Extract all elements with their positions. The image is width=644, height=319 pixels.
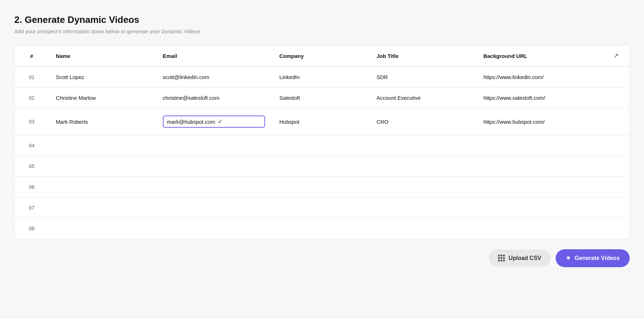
table-row: 04	[15, 135, 629, 156]
col-header-bgurl: Background URL	[476, 45, 602, 67]
row-number: 06	[15, 177, 49, 197]
upload-header-icon: ↗	[613, 52, 619, 59]
row-email[interactable]: scott@linkedin.com	[156, 67, 272, 88]
row-background-url[interactable]	[476, 197, 602, 218]
col-header-email: Email	[156, 45, 272, 67]
row-email[interactable]: mark@hubspot.com✓	[156, 108, 272, 135]
table-row: 07	[15, 197, 629, 218]
row-company[interactable]: LinkedIn	[272, 67, 370, 88]
email-value: mark@hubspot.com	[167, 119, 215, 125]
row-company[interactable]	[272, 156, 370, 177]
row-number: 07	[15, 197, 49, 218]
row-email[interactable]	[156, 177, 272, 197]
row-upload-cell	[602, 67, 629, 88]
upload-csv-button[interactable]: Upload CSV	[489, 250, 551, 266]
row-name[interactable]	[49, 197, 156, 218]
row-email[interactable]: christine@salesloft.com	[156, 88, 272, 108]
row-job-title[interactable]: CRO	[369, 108, 476, 135]
row-upload-cell	[602, 108, 629, 135]
bottom-action-bar: Upload CSV ✦ Generate Videos	[14, 249, 630, 267]
row-background-url[interactable]	[476, 135, 602, 156]
row-company[interactable]	[272, 218, 370, 239]
row-company[interactable]	[272, 135, 370, 156]
col-header-jobtitle: Job Title	[369, 45, 476, 67]
row-upload-cell	[602, 135, 629, 156]
row-job-title[interactable]	[369, 156, 476, 177]
row-job-title[interactable]: Account Executive	[369, 88, 476, 108]
wand-icon: ✦	[564, 253, 573, 263]
row-background-url[interactable]	[476, 156, 602, 177]
table-row: 06	[15, 177, 629, 197]
row-background-url[interactable]	[476, 177, 602, 197]
row-background-url[interactable]: https://www.hubspot.com/	[476, 108, 602, 135]
row-email[interactable]	[156, 218, 272, 239]
page-subtitle: Add your prospect's information down bel…	[14, 28, 630, 34]
row-email[interactable]	[156, 197, 272, 218]
row-number: 03	[15, 108, 49, 135]
row-name[interactable]	[49, 218, 156, 239]
row-name[interactable]	[49, 156, 156, 177]
row-company[interactable]: Hubspot	[272, 108, 370, 135]
row-upload-cell	[602, 218, 629, 239]
row-background-url[interactable]: https://www.salesloft.com/	[476, 88, 602, 108]
row-company[interactable]	[272, 197, 370, 218]
table-row: 08	[15, 218, 629, 239]
col-header-company: Company	[272, 45, 370, 67]
row-name[interactable]: Scott Lopez	[49, 67, 156, 88]
upload-csv-label: Upload CSV	[508, 255, 541, 261]
row-job-title[interactable]: SDR	[369, 67, 476, 88]
table-row: 02Christine Marlowchristine@salesloft.co…	[15, 88, 629, 108]
active-email-container[interactable]: mark@hubspot.com✓	[163, 116, 265, 128]
row-upload-cell	[602, 177, 629, 197]
grid-icon	[498, 255, 505, 261]
generate-videos-button[interactable]: ✦ Generate Videos	[556, 249, 630, 267]
row-email[interactable]	[156, 156, 272, 177]
row-background-url[interactable]	[476, 218, 602, 239]
row-number: 02	[15, 88, 49, 108]
row-job-title[interactable]	[369, 135, 476, 156]
col-header-upload: ↗	[602, 45, 629, 67]
email-check-icon: ✓	[218, 118, 260, 125]
generate-videos-label: Generate Videos	[575, 255, 620, 261]
table-row: 05	[15, 156, 629, 177]
prospects-table: # Name Email Company Job Title Backgroun…	[15, 45, 629, 239]
row-email[interactable]	[156, 135, 272, 156]
table-row: 03Mark Robertsmark@hubspot.com✓HubspotCR…	[15, 108, 629, 135]
row-background-url[interactable]: https://www.linkedin.com/	[476, 67, 602, 88]
row-upload-cell	[602, 156, 629, 177]
row-upload-cell	[602, 197, 629, 218]
row-job-title[interactable]	[369, 177, 476, 197]
row-number: 08	[15, 218, 49, 239]
page-title: 2. Generate Dynamic Videos	[14, 14, 630, 25]
row-number: 01	[15, 67, 49, 88]
col-header-name: Name	[49, 45, 156, 67]
row-number: 05	[15, 156, 49, 177]
row-name[interactable]	[49, 177, 156, 197]
row-company[interactable]: Salesloft	[272, 88, 370, 108]
row-name[interactable]: Mark Roberts	[49, 108, 156, 135]
row-name[interactable]	[49, 135, 156, 156]
row-upload-cell	[602, 88, 629, 108]
row-name[interactable]: Christine Marlow	[49, 88, 156, 108]
prospects-table-wrapper: # Name Email Company Job Title Backgroun…	[14, 45, 630, 239]
table-header-row: # Name Email Company Job Title Backgroun…	[15, 45, 629, 67]
row-job-title[interactable]	[369, 218, 476, 239]
row-company[interactable]	[272, 177, 370, 197]
table-row: 01Scott Lopezscott@linkedin.comLinkedInS…	[15, 67, 629, 88]
row-number: 04	[15, 135, 49, 156]
row-job-title[interactable]	[369, 197, 476, 218]
col-header-hash: #	[15, 45, 49, 67]
table-body: 01Scott Lopezscott@linkedin.comLinkedInS…	[15, 67, 629, 239]
